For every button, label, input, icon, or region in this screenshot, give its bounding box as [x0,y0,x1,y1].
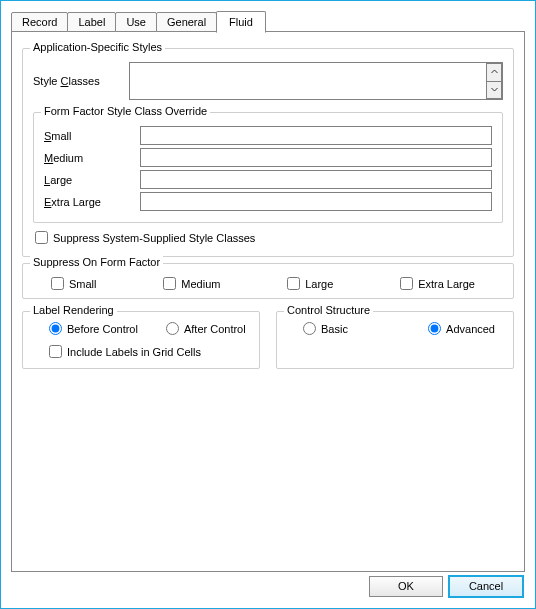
scroll-up-button[interactable] [486,63,502,81]
dialog-window: Record Label Use General Fluid Applicati… [0,0,536,609]
dialog-footer: OK Cancel [1,572,535,608]
checkbox-label: Small [69,278,97,290]
group-legend: Label Rendering [30,304,117,316]
suppress-extra-large-checkbox[interactable]: Extra Large [400,277,475,290]
advanced-radio-input[interactable] [428,322,441,335]
chevron-up-icon [491,68,498,76]
style-classes-scroll [486,63,502,99]
before-control-radio-input[interactable] [49,322,62,335]
suppress-medium-checkbox[interactable]: Medium [163,277,220,290]
suppress-system-checkbox-input[interactable] [35,231,48,244]
checkbox-label: Extra Large [418,278,475,290]
label-part: edium [53,152,83,164]
tab-label[interactable]: Label [67,12,116,32]
style-classes-label: Style Classes [33,75,129,87]
suppress-small-input[interactable] [51,277,64,290]
suppress-small-checkbox[interactable]: Small [51,277,97,290]
two-column-row: Label Rendering Before Control After Con… [22,305,514,375]
basic-radio[interactable]: Basic [303,322,348,335]
style-classes-text[interactable] [130,63,486,99]
chevron-down-icon [491,86,498,94]
suppress-large-input[interactable] [287,277,300,290]
label-part: xtra Large [51,196,101,208]
large-label: Large [44,174,140,186]
after-control-radio[interactable]: After Control [166,322,246,335]
checkbox-label: Large [305,278,333,290]
before-control-radio[interactable]: Before Control [49,322,138,335]
advanced-radio[interactable]: Advanced [428,322,495,335]
basic-radio-input[interactable] [303,322,316,335]
group-application-specific-styles: Application-Specific Styles Style Classe… [22,48,514,257]
tabstrip: Record Label Use General Fluid [11,10,525,32]
after-control-radio-input[interactable] [166,322,179,335]
tabpanel-fluid: Application-Specific Styles Style Classe… [11,31,525,572]
suppress-system-checkbox[interactable]: Suppress System-Supplied Style Classes [35,231,255,244]
label-part: mall [51,130,71,142]
include-labels-input[interactable] [49,345,62,358]
group-legend: Suppress On Form Factor [30,256,163,268]
suppress-system-label: Suppress System-Supplied Style Classes [53,232,255,244]
group-legend: Application-Specific Styles [30,41,165,53]
label-part: arge [50,174,72,186]
large-input[interactable] [140,170,492,189]
group-suppress-on-form-factor: Suppress On Form Factor Small Medium Lar… [22,263,514,299]
content: Record Label Use General Fluid Applicati… [1,1,535,572]
style-classes-field[interactable] [129,62,503,100]
radio-label: Basic [321,323,348,335]
radio-label: Before Control [67,323,138,335]
label-accel: M [44,152,53,164]
tab-use[interactable]: Use [115,12,157,32]
group-legend: Control Structure [284,304,373,316]
suppress-large-checkbox[interactable]: Large [287,277,333,290]
suppress-medium-input[interactable] [163,277,176,290]
tab-fluid[interactable]: Fluid [216,11,266,33]
small-label: Small [44,130,140,142]
cancel-button[interactable]: Cancel [449,576,523,597]
medium-label: Medium [44,152,140,164]
radio-label: Advanced [446,323,495,335]
group-label-rendering: Label Rendering Before Control After Con… [22,311,260,369]
radio-label: After Control [184,323,246,335]
suppress-extra-large-input[interactable] [400,277,413,290]
label-part: lasses [68,75,99,87]
group-form-factor-override: Form Factor Style Class Override Small M… [33,112,503,223]
extra-large-input[interactable] [140,192,492,211]
ok-button[interactable]: OK [369,576,443,597]
checkbox-label: Medium [181,278,220,290]
tab-record[interactable]: Record [11,12,68,32]
small-input[interactable] [140,126,492,145]
group-control-structure: Control Structure Basic Advanced [276,311,514,369]
label-part: Style [33,75,61,87]
checkbox-label: Include Labels in Grid Cells [67,346,201,358]
scroll-down-button[interactable] [486,81,502,100]
tab-general[interactable]: General [156,12,217,32]
extra-large-label: Extra Large [44,196,140,208]
medium-input[interactable] [140,148,492,167]
group-legend: Form Factor Style Class Override [41,105,210,117]
include-labels-checkbox[interactable]: Include Labels in Grid Cells [49,345,201,358]
